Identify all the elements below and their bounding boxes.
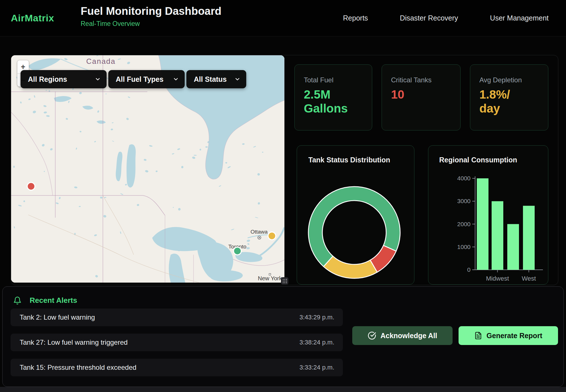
page-subtitle: Real-Time Overview [81,20,221,28]
alert-timestamp: 3:43:29 p.m. [300,314,334,321]
bar-region-0 [477,178,488,270]
stat-label: Critical Tanks [391,76,452,84]
brand-logo[interactable]: AirMatrix [11,0,54,36]
regional-consumption-card: Regional Consumption 01000200030004000Mi… [428,145,548,285]
bar-y-tick-label: 4000 [457,175,471,181]
alerts-header: Recent Alerts [13,296,77,305]
bell-icon [13,296,22,305]
generate-report-button[interactable]: Generate Report [459,326,558,345]
chevron-down-icon [95,76,101,82]
app-header: AirMatrix Fuel Monitoring Dashboard Real… [0,0,566,36]
tank-status-donut-chart [297,146,415,285]
regional-consumption-bar-chart: 01000200030004000MidwestWest [428,146,549,285]
bar-y-tick-label: 2000 [457,221,471,227]
title-block: Fuel Monitoring Dashboard Real-Time Over… [81,5,221,28]
chevron-down-icon [173,76,179,82]
acknowledge-all-label: Acknowledge All [380,332,437,340]
acknowledge-all-button[interactable]: Acknowledge All [352,326,453,345]
tank-marker-warning[interactable] [268,232,276,240]
map-canvas: Canada Ottawa Toronto New York [11,55,284,283]
town-icon-ottawa [258,236,261,239]
map[interactable]: Canada Ottawa Toronto New York + − [11,55,284,283]
fuel-type-filter-label: All Fuel Types [116,75,164,83]
stat-value: 1.8%/day [479,87,539,115]
generate-report-label: Generate Report [486,332,542,340]
alert-message: Tank 27: Low fuel warning triggered [20,338,128,346]
town-icon-new-york [269,273,271,275]
map-filters: All Regions All Fuel Types All Status [21,70,246,88]
check-circle-icon [368,331,376,340]
page-title: Fuel Monitoring Dashboard [81,5,221,18]
alert-row[interactable]: Tank 27: Low fuel warning triggered 3:38… [11,334,343,351]
stat-label: Total Fuel [304,76,363,84]
tank-marker-critical[interactable] [27,183,35,190]
nav-disaster-recovery[interactable]: Disaster Recovery [400,14,458,22]
bar-x-tick-label: West [522,275,536,282]
bar-y-tick-label: 0 [467,266,471,273]
stat-value: 10 [391,87,452,101]
bottom-strip [0,387,566,392]
map-label-canada: Canada [86,57,115,66]
region-filter-dropdown[interactable]: All Regions [21,70,107,88]
stat-value: 2.5MGallons [304,87,363,115]
alert-row[interactable]: Tank 15: Pressure threshold exceeded 3:3… [11,359,343,376]
tank-marker-normal[interactable] [234,247,241,255]
fuel-type-filter-dropdown[interactable]: All Fuel Types [108,70,185,88]
map-label-new-york: New York [258,275,282,281]
alert-row[interactable]: Tank 2: Low fuel warning 3:43:29 p.m. [11,309,343,326]
bar-y-tick-label: 3000 [457,198,471,204]
dashboard-panel: Canada Ottawa Toronto New York + − [11,55,558,285]
nav-user-management[interactable]: User Management [490,14,549,22]
stat-label: Avg Depletion [479,76,539,84]
map-resize-handle[interactable] [281,277,288,285]
stat-card-critical-tanks: Critical Tanks 10 [382,64,461,130]
bar-region-2 [507,224,519,270]
chevron-down-icon [234,76,241,82]
alert-message: Tank 2: Low fuel warning [20,313,95,321]
recent-alerts-panel: Recent Alerts Tank 2: Low fuel warning 3… [2,286,564,387]
stat-card-avg-depletion: Avg Depletion 1.8%/day [470,64,548,130]
alert-message: Tank 15: Pressure threshold exceeded [20,364,137,371]
donut-segment-warning [323,256,377,278]
bar-region-3 [523,206,535,270]
map-label-ottawa: Ottawa [251,229,268,235]
alerts-title: Recent Alerts [30,296,77,305]
bar-y-tick-label: 1000 [457,244,471,250]
alert-timestamp: 3:38:24 p.m. [300,339,334,346]
tank-status-distribution-card: Tank Status Distribution [297,145,414,285]
fuel-monitoring-dashboard: AirMatrix Fuel Monitoring Dashboard Real… [0,0,566,392]
bar-region-1 [492,201,503,270]
region-filter-label: All Regions [28,75,67,83]
nav-reports[interactable]: Reports [343,14,368,22]
status-filter-dropdown[interactable]: All Status [186,70,246,88]
status-filter-label: All Status [194,75,227,83]
alert-timestamp: 3:33:24 p.m. [300,364,334,371]
stat-card-total-fuel: Total Fuel 2.5MGallons [294,64,372,130]
main-nav: Reports Disaster Recovery User Managemen… [343,0,549,36]
bar-x-tick-label: Midwest [486,275,509,282]
file-text-icon [474,332,482,340]
